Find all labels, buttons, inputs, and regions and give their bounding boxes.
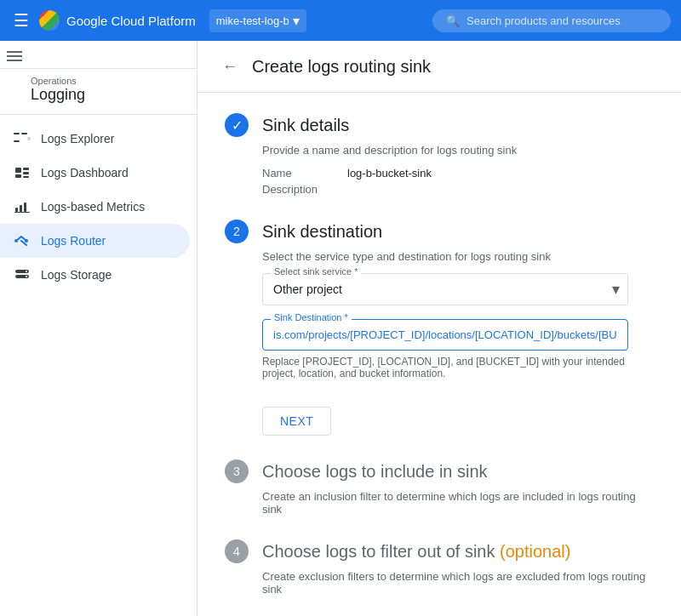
sidebar-header [0,41,197,69]
svg-rect-9 [20,205,22,212]
project-selector[interactable]: mike-test-log-b ▾ [209,9,306,32]
step-3-description: Create an inclusion filter to determine … [262,490,654,516]
sink-destination-input-group: Sink Destination * [262,319,628,351]
page-title: Create logs routing sink [252,57,431,77]
step-4-content: Create exclusion filters to determine wh… [262,570,654,596]
sidebar-item-label: Logs Dashboard [41,166,129,180]
hamburger-menu[interactable]: ☰ [10,7,32,34]
sidebar-item-logs-storage[interactable]: Logs Storage [0,258,190,292]
google-logo [39,10,60,31]
svg-point-12 [25,239,28,242]
step-4-indicator: 4 [225,539,249,563]
page-header: ← Create logs routing sink [197,41,681,93]
step-2-description: Select the service type and destination … [262,250,654,263]
step-4-description: Create exclusion filters to determine wh… [262,570,654,596]
step-3-header: 3 Choose logs to include in sink [225,459,654,483]
sink-destination-label: Sink Destination * [271,312,352,322]
sidebar-item-label: Logs Router [41,234,106,248]
step-2-title: Sink destination [262,222,382,242]
step-3-title: Choose logs to include in sink [262,462,488,482]
svg-rect-8 [15,208,18,212]
step-2-indicator: 2 [225,220,249,243]
sink-name-value: log-b-bucket-sink [347,167,432,180]
svg-rect-11 [14,212,30,213]
svg-rect-3 [15,168,21,173]
step-sink-destination: 2 Sink destination Select the service ty… [225,220,654,436]
sink-destination-hint: Replace [PROJECT_ID], [LOCATION_ID], and… [262,356,628,379]
sidebar-item-logs-router[interactable]: Logs Router [0,224,190,258]
top-navigation: ☰ Google Cloud Platform mike-test-log-b … [0,0,681,41]
step-2-number: 2 [233,225,240,238]
app-layout: Operations Logging [0,41,681,616]
svg-rect-7 [23,176,29,178]
step-1-indicator: ✓ [225,113,249,137]
step-2-header: 2 Sink destination [225,220,654,243]
checkmark-icon: ✓ [232,117,243,134]
next-button[interactable]: NEXT [262,407,331,436]
metrics-icon [14,198,31,215]
step-choose-logs-include: 3 Choose logs to include in sink Create … [225,459,654,516]
select-sink-service-label: Select sink service * [271,266,361,277]
brand-name: Google Cloud Platform [66,14,196,28]
sink-name-label: Name [262,167,347,180]
sidebar-item-label: Logs Explorer [41,132,114,145]
project-name: mike-test-log-b [216,14,289,27]
route-icon [14,232,31,249]
step-3-indicator: 3 [225,459,249,483]
step-1-content: Provide a name and description for logs … [262,144,654,196]
step-1-title: Sink details [262,116,349,135]
back-button[interactable]: ← [218,54,242,78]
sink-service-select-wrapper: Select sink service * Cloud Storage buck… [262,273,628,305]
step-4-title: Choose logs to filter out of sink (optio… [262,542,570,562]
service-label: Operations [31,76,183,86]
svg-point-17 [26,276,27,277]
step-4-header: 4 Choose logs to filter out of sink (opt… [225,539,654,563]
brand-logo-area: Google Cloud Platform [39,10,196,31]
step-3-content: Create an inclusion filter to determine … [262,490,654,516]
search-bar[interactable]: 🔍 Search products and resources [432,9,671,32]
sink-destination-group: Sink Destination * Replace [PROJECT_ID],… [262,319,654,379]
sidebar-item-logs-dashboard[interactable]: Logs Dashboard [0,156,190,190]
step-1-header: ✓ Sink details [225,113,654,137]
sidebar-item-logs-explorer[interactable]: Logs Explorer [0,122,190,156]
step-sink-details: ✓ Sink details Provide a name and descri… [225,113,654,196]
sink-service-group: Select sink service * Cloud Storage buck… [262,273,654,305]
main-content: ← Create logs routing sink ✓ Sink detail… [197,41,681,616]
search-placeholder: Search products and resources [466,14,621,27]
sidebar: Operations Logging [0,41,197,616]
sink-destination-input[interactable] [262,319,628,351]
step-1-description: Provide a name and description for logs … [262,144,654,157]
sidebar-navigation: Logs Explorer Logs Dashboard [0,115,197,299]
content-area: ✓ Sink details Provide a name and descri… [197,93,681,616]
svg-rect-5 [23,172,29,174]
search-icon: 🔍 [446,14,460,27]
service-title: Logging [31,86,183,104]
list-view-icon [7,51,22,61]
sidebar-item-label: Logs-based Metrics [41,200,145,214]
storage-icon [14,266,31,283]
step-4-number: 4 [233,545,240,558]
step-2-content: Select the service type and destination … [262,250,654,436]
svg-point-13 [14,239,18,242]
sink-name-row: Name log-b-bucket-sink [262,167,654,180]
step-3-number: 3 [233,465,240,478]
sidebar-item-logs-metrics[interactable]: Logs-based Metrics [0,190,190,224]
svg-point-16 [26,271,27,272]
sink-service-select[interactable]: Cloud Storage bucket BigQuery dataset Cl… [262,273,628,305]
optional-label: (optional) [500,542,570,561]
svg-rect-10 [24,202,26,212]
svg-rect-6 [15,174,21,178]
sink-description-label: Description [262,183,347,196]
svg-rect-4 [23,168,29,170]
dashboard-icon [14,164,31,181]
sidebar-item-label: Logs Storage [41,268,112,282]
sink-description-row: Description [262,183,654,196]
sidebar-title-block: Operations Logging [0,69,197,115]
step-choose-logs-filter: 4 Choose logs to filter out of sink (opt… [225,539,654,596]
chevron-down-icon: ▾ [293,13,300,29]
list-icon [14,130,31,147]
